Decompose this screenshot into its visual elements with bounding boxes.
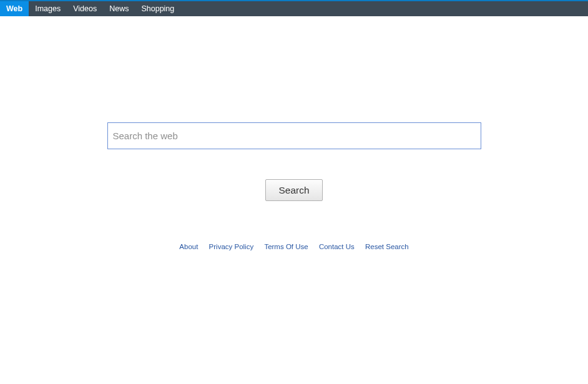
nav-tab-shopping[interactable]: Shopping: [135, 1, 180, 16]
nav-tab-images[interactable]: Images: [29, 1, 67, 16]
footer-link-contact-us[interactable]: Contact Us: [319, 243, 355, 250]
search-input[interactable]: [107, 122, 481, 149]
nav-tab-news[interactable]: News: [103, 1, 135, 16]
search-button[interactable]: Search: [265, 179, 323, 201]
nav-tab-web[interactable]: Web: [0, 1, 29, 16]
footer-link-privacy-policy[interactable]: Privacy Policy: [209, 243, 254, 250]
footer-links: About Privacy Policy Terms Of Use Contac…: [0, 243, 588, 250]
footer-link-about[interactable]: About: [179, 243, 198, 250]
nav-bar: Web Images Videos News Shopping: [0, 1, 588, 16]
footer-link-reset-search[interactable]: Reset Search: [365, 243, 409, 250]
footer-link-terms-of-use[interactable]: Terms Of Use: [264, 243, 308, 250]
nav-tab-videos[interactable]: Videos: [67, 1, 103, 16]
main-content: Search About Privacy Policy Terms Of Use…: [0, 16, 588, 250]
